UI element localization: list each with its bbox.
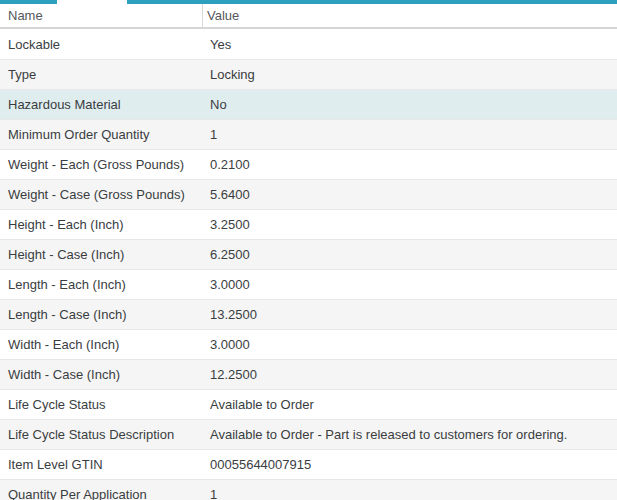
attribute-value-cell: Available to Order bbox=[202, 397, 617, 412]
attribute-value-cell: No bbox=[202, 97, 617, 112]
table-row[interactable]: Length - Case (Inch)13.2500 bbox=[0, 299, 617, 329]
table-row[interactable]: Life Cycle Status DescriptionAvailable t… bbox=[0, 419, 617, 449]
tab-strip-segment-left bbox=[0, 0, 57, 4]
table-row[interactable]: Weight - Each (Gross Pounds)0.2100 bbox=[0, 149, 617, 179]
attribute-value-cell: 1 bbox=[202, 487, 617, 500]
table-row[interactable]: Height - Case (Inch)6.2500 bbox=[0, 239, 617, 269]
attribute-name-cell: Weight - Each (Gross Pounds) bbox=[0, 157, 202, 172]
table-row[interactable]: Life Cycle StatusAvailable to Order bbox=[0, 389, 617, 419]
table-row[interactable]: Hazardous MaterialNo bbox=[0, 89, 617, 119]
attribute-name-cell: Width - Case (Inch) bbox=[0, 367, 202, 382]
attribute-name-cell: Length - Case (Inch) bbox=[0, 307, 202, 322]
column-header-value[interactable]: Value bbox=[203, 8, 617, 23]
attribute-name-cell: Height - Each (Inch) bbox=[0, 217, 202, 232]
table-row[interactable]: Width - Each (Inch)3.0000 bbox=[0, 329, 617, 359]
tab-strip-segment-right bbox=[127, 0, 617, 4]
table-row[interactable]: TypeLocking bbox=[0, 59, 617, 89]
attribute-value-cell: 1 bbox=[202, 127, 617, 142]
attribute-name-cell: Life Cycle Status Description bbox=[0, 427, 202, 442]
table-row[interactable]: Length - Each (Inch)3.0000 bbox=[0, 269, 617, 299]
attribute-name-cell: Width - Each (Inch) bbox=[0, 337, 202, 352]
attribute-value-cell: Locking bbox=[202, 67, 617, 82]
table-row[interactable]: Width - Case (Inch)12.2500 bbox=[0, 359, 617, 389]
table-row[interactable]: Height - Each (Inch)3.2500 bbox=[0, 209, 617, 239]
attributes-table-header: Name Value bbox=[0, 4, 617, 29]
table-row[interactable]: LockableYes bbox=[0, 29, 617, 59]
attributes-table-body: LockableYesTypeLockingHazardous Material… bbox=[0, 29, 617, 500]
attribute-name-cell: Minimum Order Quantity bbox=[0, 127, 202, 142]
attribute-name-cell: Hazardous Material bbox=[0, 97, 202, 112]
attribute-value-cell: 6.2500 bbox=[202, 247, 617, 262]
column-header-name[interactable]: Name bbox=[0, 4, 203, 27]
attribute-name-cell: Type bbox=[0, 67, 202, 82]
attribute-value-cell: 3.0000 bbox=[202, 277, 617, 292]
table-row[interactable]: Quantity Per Application1 bbox=[0, 479, 617, 500]
table-row[interactable]: Minimum Order Quantity1 bbox=[0, 119, 617, 149]
attribute-name-cell: Life Cycle Status bbox=[0, 397, 202, 412]
attribute-value-cell: 00055644007915 bbox=[202, 457, 617, 472]
attribute-value-cell: Yes bbox=[202, 37, 617, 52]
attribute-value-cell: 5.6400 bbox=[202, 187, 617, 202]
attribute-value-cell: 3.2500 bbox=[202, 217, 617, 232]
attribute-name-cell: Item Level GTIN bbox=[0, 457, 202, 472]
table-row[interactable]: Weight - Case (Gross Pounds)5.6400 bbox=[0, 179, 617, 209]
attribute-value-cell: 12.2500 bbox=[202, 367, 617, 382]
attribute-name-cell: Quantity Per Application bbox=[0, 487, 202, 500]
attribute-value-cell: Available to Order - Part is released to… bbox=[202, 427, 617, 442]
attribute-name-cell: Lockable bbox=[0, 37, 202, 52]
attribute-value-cell: 3.0000 bbox=[202, 337, 617, 352]
attribute-name-cell: Weight - Case (Gross Pounds) bbox=[0, 187, 202, 202]
attribute-value-cell: 0.2100 bbox=[202, 157, 617, 172]
attribute-name-cell: Height - Case (Inch) bbox=[0, 247, 202, 262]
attributes-panel: Name Value LockableYesTypeLockingHazardo… bbox=[0, 0, 617, 500]
attribute-name-cell: Length - Each (Inch) bbox=[0, 277, 202, 292]
table-row[interactable]: Item Level GTIN00055644007915 bbox=[0, 449, 617, 479]
attribute-value-cell: 13.2500 bbox=[202, 307, 617, 322]
top-tab-strip bbox=[0, 0, 617, 4]
